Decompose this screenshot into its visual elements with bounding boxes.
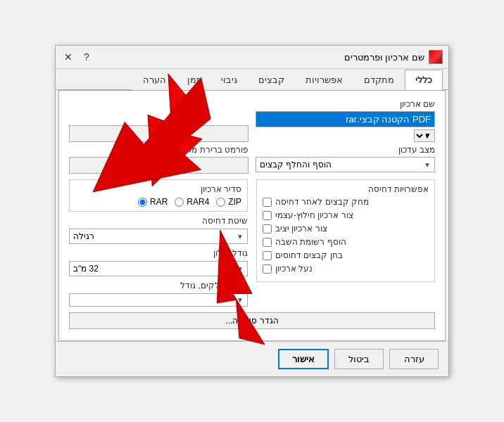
radio-rar-item: RAR: [138, 197, 168, 207]
cb-recovery[interactable]: [263, 238, 272, 247]
set-password-button[interactable]: הגדר סיסמה...: [69, 312, 435, 329]
archive-name-right: שם ארכיון ▼: [256, 99, 435, 142]
close-button[interactable]: ✕: [61, 51, 75, 63]
tab-content: שם ארכיון ▼ עיין... מצב עדכון ▼: [58, 90, 446, 341]
browse-button[interactable]: עיין...: [69, 125, 248, 142]
archive-name-section: שם ארכיון ▼ עיין...: [69, 99, 435, 142]
dict-size-dropdown[interactable]: ▼ 32 מ"ב: [69, 261, 248, 276]
cb-solid[interactable]: [263, 224, 272, 234]
cb-lock[interactable]: [263, 264, 272, 274]
cb-lock-row: נעל ארכיון: [263, 264, 429, 274]
dict-size-value: 32 מ"ב: [73, 264, 99, 274]
compression-method-dropdown[interactable]: ▼ רגילה: [69, 229, 248, 244]
cb-delete[interactable]: [263, 198, 272, 207]
status-dropdown[interactable]: ▼ הוסף והחלף קבצים: [256, 157, 435, 172]
compression-method-arrow: ▼: [237, 233, 244, 241]
radio-rar4-label: RAR4: [187, 197, 209, 207]
app-icon: [429, 50, 443, 64]
status-dropdown-arrow: ▼: [424, 161, 431, 169]
format-status-section: מצב עדכון ▼ הוסף והחלף קבצים פורמט ברירת…: [69, 145, 435, 174]
tab-files[interactable]: קבצים: [248, 70, 295, 90]
archive-mode-box: סדיר ארכיון ZIP RAR4 RAR: [69, 179, 248, 212]
cb-solid-label: צור ארכיון יציב: [275, 224, 327, 234]
archive-name-label: שם ארכיון: [256, 99, 435, 109]
tab-general[interactable]: כללי: [405, 70, 443, 90]
archive-mode-radios: ZIP RAR4 RAR: [75, 197, 241, 207]
mode-compression-section: אפשרויות דחיסה מחק קבצים לאחר דחיסה צור …: [69, 179, 435, 307]
profiles-button[interactable]: פרופילים...: [69, 157, 248, 174]
tab-options[interactable]: אפשרויות: [295, 70, 353, 90]
help-button[interactable]: ?: [81, 51, 92, 63]
cb-test-row: בחן קבצים דחוסים: [263, 250, 429, 260]
ok-button[interactable]: אישור: [278, 349, 329, 369]
cb-sfx[interactable]: [263, 211, 272, 220]
cancel-button[interactable]: ביטול: [334, 349, 384, 369]
cb-sfx-label: צור ארכיון חילוץ-עצמי: [275, 210, 353, 220]
title-bar-right: שם ארכיון ופרמטרים: [344, 50, 443, 64]
cb-test[interactable]: [263, 251, 272, 260]
compression-method-value: רגילה: [73, 231, 94, 241]
compression-options-box: אפשרויות דחיסה מחק קבצים לאחר דחיסה צור …: [256, 179, 435, 282]
format-label: פורמט ברירת מחדל: [69, 145, 248, 155]
tab-time[interactable]: זמן: [177, 70, 210, 90]
radio-zip-item: ZIP: [216, 197, 241, 207]
split-arrow: ▼: [237, 296, 244, 304]
compression-options-section: אפשרויות דחיסה מחק קבצים לאחר דחיסה צור …: [256, 179, 435, 307]
bottom-bar: עזרה ביטול אישור: [56, 341, 448, 376]
split-label: פצל לחלקים, גודל: [69, 281, 248, 290]
cb-solid-row: צור ארכיון יציב: [263, 224, 429, 234]
compression-method-label: שיטת דחיסה: [69, 216, 248, 226]
password-section: הגדר סיסמה...: [69, 312, 435, 329]
archive-name-input[interactable]: [256, 111, 435, 127]
tabs-container: כללי מתקדם אפשרויות קבצים גיבוי זמן הערה: [56, 69, 448, 90]
cb-lock-label: נעל ארכיון: [275, 264, 313, 274]
archive-name-left: עיין...: [69, 99, 248, 142]
tab-advanced[interactable]: מתקדם: [353, 70, 405, 90]
radio-zip-label: ZIP: [228, 197, 241, 207]
dict-size-arrow: ▼: [237, 265, 244, 273]
help-bottom-button[interactable]: עזרה: [389, 349, 439, 369]
cb-recovery-label: הוסף רשומת השבה: [275, 237, 346, 247]
main-dialog: שם ארכיון ופרמטרים ? ✕ כללי מתקדם אפשרוי…: [55, 45, 449, 377]
right-panel: סדיר ארכיון ZIP RAR4 RAR: [69, 179, 248, 307]
archive-mode-label: סדיר ארכיון: [75, 184, 241, 194]
title-bar: שם ארכיון ופרמטרים ? ✕: [56, 46, 448, 69]
format-section: פורמט ברירת מחדל פרופילים...: [69, 145, 248, 174]
split-dropdown[interactable]: ▼: [69, 293, 248, 307]
compression-method-section: שיטת דחיסה ▼ רגילה: [69, 216, 248, 244]
cb-test-label: בחן קבצים דחוסים: [275, 250, 343, 260]
split-section: פצל לחלקים, גודל ▼: [69, 281, 248, 307]
compression-options-label: אפשרויות דחיסה: [263, 184, 429, 194]
radio-zip[interactable]: [216, 198, 225, 207]
dict-size-section: גודל מילון ▼ 32 מ"ב: [69, 248, 248, 276]
status-section: מצב עדכון ▼ הוסף והחלף קבצים: [256, 145, 435, 174]
status-value: הוסף והחלף קבצים: [260, 160, 332, 170]
tab-comment[interactable]: הערה: [132, 70, 177, 90]
cb-delete-label: מחק קבצים לאחר דחיסה: [275, 197, 369, 207]
cb-delete-row: מחק קבצים לאחר דחיסה: [263, 197, 429, 207]
dialog-title: שם ארכיון ופרמטרים: [344, 52, 424, 63]
radio-rar4-item: RAR4: [175, 197, 209, 207]
archive-name-dropdown[interactable]: ▼: [414, 129, 435, 142]
archive-name-input-row: [256, 111, 435, 127]
cb-sfx-row: צור ארכיון חילוץ-עצמי: [263, 210, 429, 220]
cb-recovery-row: הוסף רשומת השבה: [263, 237, 429, 247]
tab-backup[interactable]: גיבוי: [210, 70, 248, 90]
radio-rar[interactable]: [138, 198, 147, 207]
title-bar-controls: ? ✕: [61, 51, 92, 63]
status-label: מצב עדכון: [256, 145, 435, 155]
dict-size-label: גודל מילון: [69, 248, 248, 258]
radio-rar-label: RAR: [150, 197, 168, 207]
radio-rar4[interactable]: [175, 198, 184, 207]
